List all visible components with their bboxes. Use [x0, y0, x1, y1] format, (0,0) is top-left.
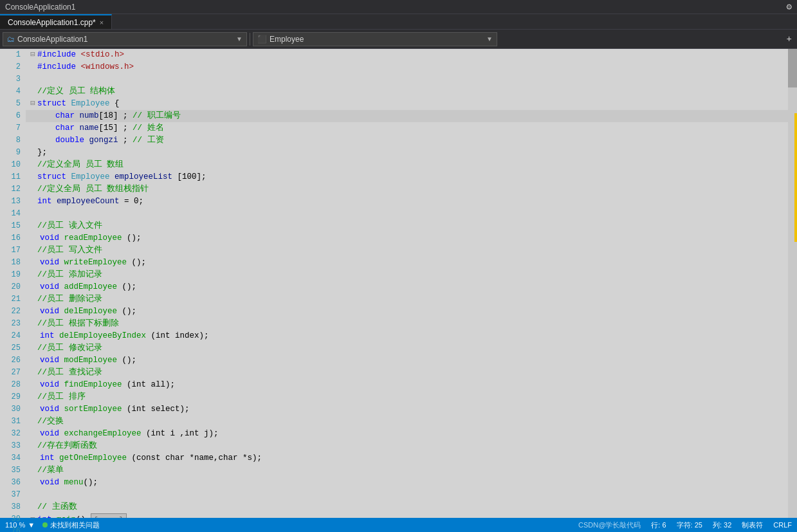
- char-indicator: 字符: 25: [677, 520, 702, 530]
- line-number: 21: [0, 293, 26, 306]
- code-line: ⊟struct Employee {: [26, 98, 788, 110]
- line-number: 18: [0, 257, 26, 269]
- line-number: 3: [0, 73, 26, 86]
- tab-cpp[interactable]: ConsoleApplication1.cpp* ×: [0, 14, 112, 29]
- status-zoom[interactable]: 110 % ▼: [5, 521, 35, 529]
- code-line: //员工 排序: [26, 391, 788, 403]
- nav-separator: [250, 33, 250, 46]
- line-number: 36: [0, 477, 26, 489]
- line-ending[interactable]: 制表符: [742, 520, 763, 530]
- nav-bar: 🗂 ConsoleApplication1 ▼ ⬛ Employee ▼ +: [0, 30, 797, 49]
- code-line: };: [26, 147, 788, 159]
- code-line: //交换: [26, 416, 788, 428]
- code-line: //员工 修改记录: [26, 342, 788, 354]
- folded-block[interactable]: { ... }: [91, 513, 127, 518]
- status-bar: 110 % ▼ 未找到相关问题 CSDN@学长敲代码 行: 6 字符: 25 列…: [0, 518, 797, 532]
- line-number: 32: [0, 428, 26, 440]
- code-line: int delEmployeeByIndex (int index);: [26, 330, 788, 342]
- line-number: 20: [0, 281, 26, 293]
- fold-icon[interactable]: ⊟: [28, 49, 37, 61]
- line-number: 25: [0, 342, 26, 354]
- line-number: 4: [0, 86, 26, 98]
- code-line: ⊟int main() { ... }: [26, 513, 788, 518]
- code-line: void exchangeEmployee (int i ,int j);: [26, 428, 788, 440]
- line-number: 14: [0, 208, 26, 220]
- line-number: 10: [0, 159, 26, 171]
- code-area[interactable]: ⊟#include <stdio.h>#include <windows.h>/…: [26, 49, 788, 518]
- line-number: 8: [0, 134, 26, 147]
- code-line: void writeEmployee ();: [26, 257, 788, 269]
- code-line: [26, 208, 788, 220]
- code-line: double gongzi ; // 工资: [26, 134, 788, 147]
- code-line: void findEmployee (int all);: [26, 379, 788, 391]
- code-line: //员工 添加记录: [26, 269, 788, 281]
- code-line: //定义 员工 结构体: [26, 86, 788, 98]
- line-number: 31: [0, 416, 26, 428]
- symbol-icon: ⬛: [257, 35, 267, 44]
- scroll-indicator: [794, 113, 797, 242]
- line-number: 29: [0, 391, 26, 403]
- tab-bar: ConsoleApplication1.cpp* ×: [0, 14, 797, 30]
- editor-container: 1234567891011121314151617181920212223242…: [0, 49, 797, 518]
- scrollbar-thumb[interactable]: [788, 49, 797, 87]
- status-right: CSDN@学长敲代码 行: 6 字符: 25 列: 32 制表符 CRLF: [578, 520, 792, 530]
- encoding[interactable]: CRLF: [773, 521, 792, 529]
- code-line: //定义全局 员工 数组: [26, 159, 788, 171]
- code-line: // 主函数: [26, 501, 788, 513]
- code-line: [26, 489, 788, 501]
- line-number: 27: [0, 367, 26, 379]
- error-text: 未找到相关问题: [50, 520, 100, 530]
- nav-add-icon[interactable]: +: [784, 33, 794, 46]
- line-number: 15: [0, 220, 26, 232]
- line-number: 23: [0, 318, 26, 330]
- line-number: 26: [0, 354, 26, 367]
- line-number: 11: [0, 171, 26, 183]
- line-gutter: 1234567891011121314151617181920212223242…: [0, 49, 26, 518]
- project-dropdown-arrow: ▼: [236, 35, 243, 42]
- line-number: 12: [0, 183, 26, 196]
- error-dot: [42, 522, 48, 527]
- code-line: void readEmployee ();: [26, 232, 788, 244]
- zoom-arrow: ▼: [28, 521, 35, 529]
- line-number: 9: [0, 147, 26, 159]
- code-line: //定义全局 员工 数组栈指针: [26, 183, 788, 196]
- title-bar: ConsoleApplication1 ⚙: [0, 0, 797, 14]
- project-icon: 🗂: [7, 35, 15, 44]
- code-line: void sortEmployee (int select);: [26, 403, 788, 416]
- code-line: //员工 根据下标删除: [26, 318, 788, 330]
- code-line: void modEmployee ();: [26, 354, 788, 367]
- col-indicator: 列: 32: [713, 520, 731, 530]
- code-line: ⊟#include <stdio.h>: [26, 49, 788, 61]
- line-number: 30: [0, 403, 26, 416]
- line-number: 19: [0, 269, 26, 281]
- code-line: //员工 查找记录: [26, 367, 788, 379]
- line-number: 2: [0, 61, 26, 73]
- line-number: 24: [0, 330, 26, 342]
- line-number: 28: [0, 379, 26, 391]
- code-line: void delEmployee ();: [26, 306, 788, 318]
- code-line: //存在判断函数: [26, 440, 788, 452]
- symbol-selector[interactable]: ⬛ Employee ▼: [253, 32, 497, 46]
- row-indicator: 行: 6: [651, 520, 666, 530]
- nav-right: +: [784, 33, 794, 46]
- fold-icon[interactable]: ⊟: [28, 514, 37, 518]
- code-line: void addEmployee ();: [26, 281, 788, 293]
- settings-icon[interactable]: ⚙: [787, 1, 792, 12]
- line-number: 33: [0, 440, 26, 452]
- project-selector[interactable]: 🗂 ConsoleApplication1 ▼: [3, 32, 247, 46]
- code-line: //员工 读入文件: [26, 220, 788, 232]
- code-line: struct Employee employeeList [100];: [26, 171, 788, 183]
- code-line: //员工 删除记录: [26, 293, 788, 306]
- zoom-level: 110 %: [5, 521, 25, 529]
- line-number: 5: [0, 98, 26, 110]
- fold-icon[interactable]: ⊟: [28, 98, 37, 110]
- symbol-name: Employee: [270, 35, 304, 44]
- line-number: 38: [0, 501, 26, 513]
- line-number: 22: [0, 306, 26, 318]
- line-number: 17: [0, 244, 26, 257]
- code-line: char name[15] ; // 姓名: [26, 122, 788, 134]
- tab-close-icon[interactable]: ×: [100, 19, 104, 26]
- scrollbar-track[interactable]: [788, 49, 797, 518]
- code-line: //员工 写入文件: [26, 244, 788, 257]
- code-line: char numb[18] ; // 职工编号: [26, 110, 788, 122]
